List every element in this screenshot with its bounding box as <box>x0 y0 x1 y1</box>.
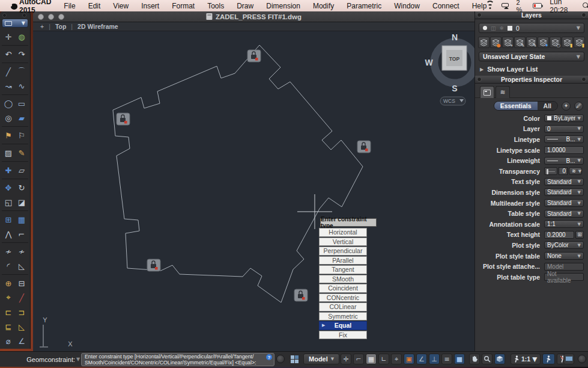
spline-tool[interactable]: ∿ <box>15 79 28 93</box>
redo-tool[interactable]: ↷ <box>15 47 28 61</box>
trim-tool[interactable]: ◪ <box>15 195 28 209</box>
dim-angle-tool[interactable]: ∠ <box>15 334 28 348</box>
fix-constraint-badge[interactable] <box>294 289 308 301</box>
chevron-down-icon[interactable]: ▼ <box>577 25 580 31</box>
hardware-acceleration-button[interactable] <box>563 354 574 364</box>
layer-on-icon[interactable] <box>483 26 487 30</box>
minimize-window-button[interactable] <box>48 14 54 20</box>
dim-aligned-tool[interactable]: ╱ <box>15 290 28 305</box>
grid-toggle[interactable]: ▦ <box>366 354 377 364</box>
menu-edit[interactable]: Edit <box>88 2 101 10</box>
dropdown-plot-style[interactable]: ByColor▼ <box>544 241 584 249</box>
pan-button[interactable] <box>469 354 480 364</box>
layer-lock-icon[interactable]: ◫ <box>491 25 496 31</box>
block-tool[interactable]: ⊟ <box>15 276 28 290</box>
viewcube[interactable]: N W S TOP <box>423 31 474 93</box>
constraint-option-horizontal[interactable]: Horizontal <box>319 228 367 237</box>
annotation-scale-button[interactable]: 1:1 ▼ <box>511 354 541 364</box>
zoom-button[interactable] <box>482 354 493 364</box>
constraint-option-colinear[interactable]: COLinear <box>319 302 367 311</box>
segment-all[interactable]: All <box>538 102 557 110</box>
wcs-dropdown[interactable]: WCS <box>440 97 465 105</box>
menu-help[interactable]: Help <box>472 2 487 10</box>
constraint-option-perpendicular[interactable]: Perpendicular <box>319 247 367 256</box>
ellipse-tool[interactable]: ◎ <box>2 111 15 125</box>
layer-edit1-icon[interactable]: ✎ <box>514 37 526 48</box>
menu-connect[interactable]: Connect <box>432 2 459 10</box>
layer-brush-icon[interactable]: ● <box>490 37 502 48</box>
constraint-option-smooth[interactable]: SMooth <box>319 275 367 284</box>
layer-edit2-icon[interactable]: ✎ <box>526 37 538 48</box>
menu-window[interactable]: Window <box>394 2 420 10</box>
palette-close-button[interactable] <box>477 77 482 82</box>
constraint-option-symmetric[interactable]: Symmetric <box>319 312 367 321</box>
command-help-button[interactable]: ? <box>266 354 272 360</box>
wifi-icon[interactable] <box>486 2 494 9</box>
spotlight-search-icon[interactable] <box>583 2 588 9</box>
move-tool[interactable]: ✥ <box>2 180 15 195</box>
constraint-option-fix[interactable]: Fix <box>319 331 367 340</box>
join-tool[interactable]: ⌐ <box>15 227 28 241</box>
insert-block-tool[interactable]: ⊕ <box>2 276 15 290</box>
tag-tool-1[interactable]: ⚑ <box>2 128 15 143</box>
fix-constraint-badge[interactable] <box>357 141 371 153</box>
field-button-text-height[interactable]: ⊞ <box>575 231 584 239</box>
viewcube-west[interactable]: W <box>425 58 433 67</box>
mirror-tool[interactable]: ⋀ <box>2 227 15 241</box>
fix-constraint-badge[interactable] <box>117 113 130 125</box>
constraint-option-coincident[interactable]: Coincident <box>319 284 367 293</box>
layout-switcher-icon[interactable] <box>291 355 299 363</box>
dropdown-plot-style-table[interactable]: None▼ <box>544 252 584 260</box>
polar-toggle[interactable]: ⌖ <box>391 354 402 364</box>
dim-angular2-tool[interactable]: ⊐ <box>15 305 28 319</box>
constraint-option-vertical[interactable]: Vertical <box>319 238 367 247</box>
menu-parametric[interactable]: Parametric <box>347 2 381 10</box>
dim-radius-tool[interactable]: ⌀ <box>2 334 15 348</box>
osnap-corner-toggle[interactable]: ⌐ <box>353 354 364 364</box>
dropdown-layer[interactable]: 0▼ <box>544 125 584 133</box>
menu-view[interactable]: View <box>113 2 129 10</box>
transparency-value[interactable]: 0 <box>559 167 568 175</box>
dropdown-multileader-style[interactable]: Standard▼ <box>544 199 584 207</box>
dropdown-table-style[interactable]: Standard▼ <box>544 210 584 218</box>
layer-freeze-icon[interactable]: ❄ <box>500 25 505 31</box>
menubar-clock[interactable]: Lun 20:28 <box>550 0 574 14</box>
layer-lock-icon[interactable]: ▮ <box>562 37 573 48</box>
3d-cube-button[interactable] <box>494 354 505 364</box>
break-tool[interactable]: ≁ <box>2 244 15 259</box>
viewport-add-button[interactable]: + <box>40 23 44 30</box>
arc-tool[interactable]: ⌒ <box>15 64 28 79</box>
annotation-visibility-button[interactable] <box>542 354 555 364</box>
battery-icon[interactable] <box>533 3 542 8</box>
show-layer-list-toggle[interactable]: ▶ Show Layer List <box>475 64 588 75</box>
properties-palette-header[interactable]: Properties Inspector <box>475 76 588 84</box>
palette-close-button[interactable] <box>2 13 7 17</box>
layer-move-icon[interactable]: → <box>502 37 514 48</box>
menu-format[interactable]: Format <box>172 2 195 10</box>
viewport-visual-style-control[interactable]: 2D Wireframe <box>77 23 118 30</box>
tab-layer-properties[interactable]: ≋ <box>496 86 510 98</box>
layer-freeze-icon[interactable]: ✦ <box>538 37 549 48</box>
dropdown-text-style[interactable]: Standard▼ <box>544 178 584 186</box>
model-space-button[interactable]: Model ▼ <box>303 354 339 364</box>
circle-tool[interactable]: ◯ <box>2 96 15 111</box>
dim-linear-tool[interactable]: ⊏ <box>2 305 15 319</box>
airplay-icon[interactable] <box>502 3 509 9</box>
brush-tool[interactable]: ✎ <box>15 146 28 160</box>
layer-new-icon[interactable] <box>478 37 489 48</box>
menu-insert[interactable]: Insert <box>141 2 159 10</box>
menu-dimension[interactable]: Dimension <box>266 2 300 10</box>
dropdown-linetype[interactable]: B...▼ <box>544 135 584 143</box>
palette-menu-button[interactable] <box>581 77 586 82</box>
constraint-option-equal[interactable]: ▶Equal <box>319 321 367 330</box>
transparency-slider[interactable] <box>544 167 557 175</box>
segment-essentials[interactable]: Essentials <box>494 102 538 110</box>
annotation-monitor-toggle[interactable]: ∠ <box>416 354 427 364</box>
hatch-tool[interactable]: ▨ <box>2 146 15 160</box>
rectangle-tool[interactable]: ▭ <box>15 96 28 111</box>
zoom-window-button[interactable] <box>58 14 64 20</box>
array-tool[interactable]: ▦ <box>15 212 28 227</box>
fix-constraint-badge[interactable] <box>147 259 160 271</box>
field-text-height[interactable]: 0.2000 <box>544 231 574 239</box>
polyline-tool[interactable]: ↝ <box>2 79 15 93</box>
